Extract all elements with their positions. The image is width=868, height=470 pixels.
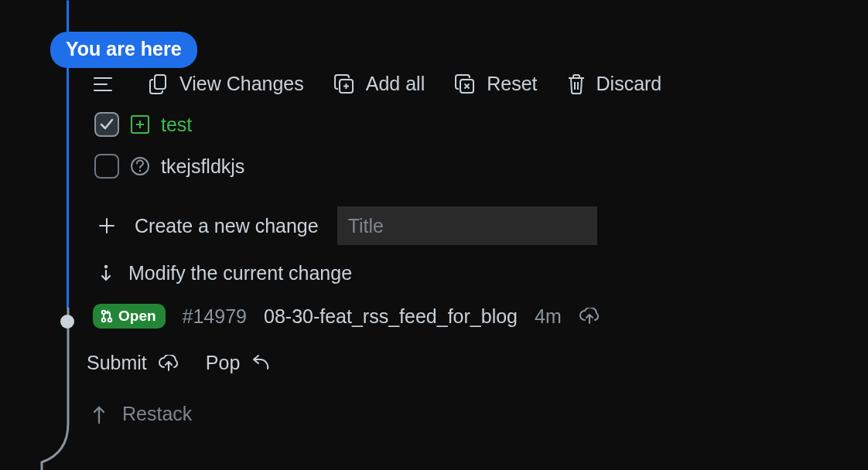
file-row[interactable]: tkejsfldkjs	[94, 154, 836, 179]
restack-button[interactable]: Restack	[91, 403, 192, 425]
timeline-curve	[34, 308, 73, 470]
svg-point-19	[104, 264, 108, 267]
submit-actions-row: Submit Pop	[87, 352, 271, 374]
svg-rect-3	[155, 75, 166, 89]
undo-icon[interactable]	[251, 355, 271, 372]
add-all-icon	[333, 73, 355, 95]
create-change-label: Create a new change	[135, 215, 319, 237]
modify-change-label: Modify the current change	[128, 262, 352, 284]
you-are-here-badge: You are here	[50, 32, 197, 68]
file-untracked-icon	[130, 156, 150, 176]
git-pull-request-icon	[101, 309, 113, 323]
svg-point-22	[102, 318, 105, 322]
submit-button[interactable]: Submit	[87, 352, 147, 374]
file-checkbox[interactable]	[94, 112, 119, 137]
trash-icon	[567, 73, 586, 95]
file-row[interactable]: test	[94, 112, 836, 137]
discard-button[interactable]: Discard	[567, 73, 662, 95]
file-checkbox[interactable]	[94, 154, 119, 179]
check-icon	[99, 117, 114, 132]
menu-icon[interactable]	[93, 77, 113, 92]
discard-label: Discard	[596, 73, 662, 95]
file-added-icon	[130, 114, 150, 135]
amend-down-icon	[97, 264, 114, 284]
file-name: tkejsfldkjs	[161, 155, 244, 178]
restack-label: Restack	[122, 403, 192, 425]
arrow-up-icon	[91, 404, 107, 424]
view-changes-button[interactable]: View Changes	[149, 73, 304, 95]
add-all-label: Add all	[366, 73, 425, 95]
cloud-upload-icon[interactable]	[158, 355, 179, 372]
pr-open-badge: Open	[93, 304, 166, 329]
svg-point-28	[98, 421, 100, 423]
svg-point-21	[102, 311, 105, 314]
branch-name: 08-30-feat_rss_feed_for_blog	[264, 305, 518, 328]
svg-point-16	[139, 170, 141, 172]
pop-button[interactable]: Pop	[206, 352, 240, 374]
you-are-here-label: You are here	[66, 38, 182, 60]
modify-change-row[interactable]: Modify the current change	[97, 262, 836, 284]
copy-icon	[149, 73, 169, 95]
create-change-row: Create a new change	[97, 206, 836, 245]
view-changes-label: View Changes	[179, 73, 304, 95]
reset-label: Reset	[487, 73, 537, 95]
change-title-input[interactable]	[337, 206, 597, 245]
pr-open-label: Open	[118, 308, 156, 325]
reset-button[interactable]: Reset	[454, 73, 537, 95]
pop-label: Pop	[206, 352, 240, 373]
pr-number: #14979	[183, 305, 247, 328]
svg-point-24	[108, 318, 111, 322]
pr-row[interactable]: Open #14979 08-30-feat_rss_feed_for_blog…	[93, 304, 600, 329]
add-all-button[interactable]: Add all	[333, 73, 425, 95]
reset-icon	[454, 73, 476, 95]
submit-label: Submit	[87, 352, 147, 373]
plus-icon[interactable]	[97, 216, 116, 235]
pr-age: 4m	[535, 305, 562, 328]
file-name: test	[161, 114, 192, 136]
toolbar: View Changes Add all	[93, 73, 836, 95]
cloud-upload-icon[interactable]	[579, 308, 600, 325]
commit-dot[interactable]	[60, 315, 74, 329]
